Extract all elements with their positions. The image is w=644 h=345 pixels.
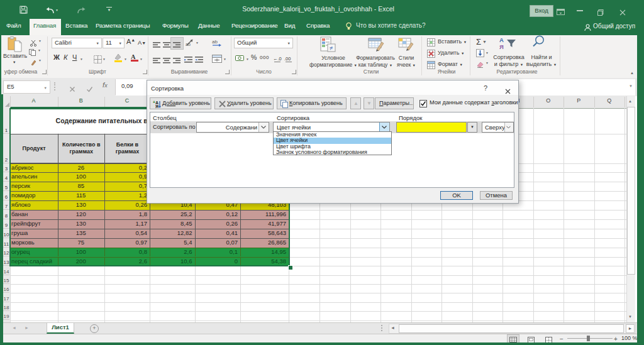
svg-text:←.0: ←.0 bbox=[273, 56, 282, 62]
svg-text:.00: .00 bbox=[284, 56, 291, 62]
svg-text:Я: Я bbox=[155, 104, 158, 108]
svg-text:≠: ≠ bbox=[330, 45, 333, 52]
svg-text:ab: ab bbox=[212, 39, 218, 45]
svg-text:ab: ab bbox=[186, 42, 191, 47]
svg-text:А: А bbox=[499, 36, 504, 43]
svg-text:Я: Я bbox=[499, 43, 504, 50]
